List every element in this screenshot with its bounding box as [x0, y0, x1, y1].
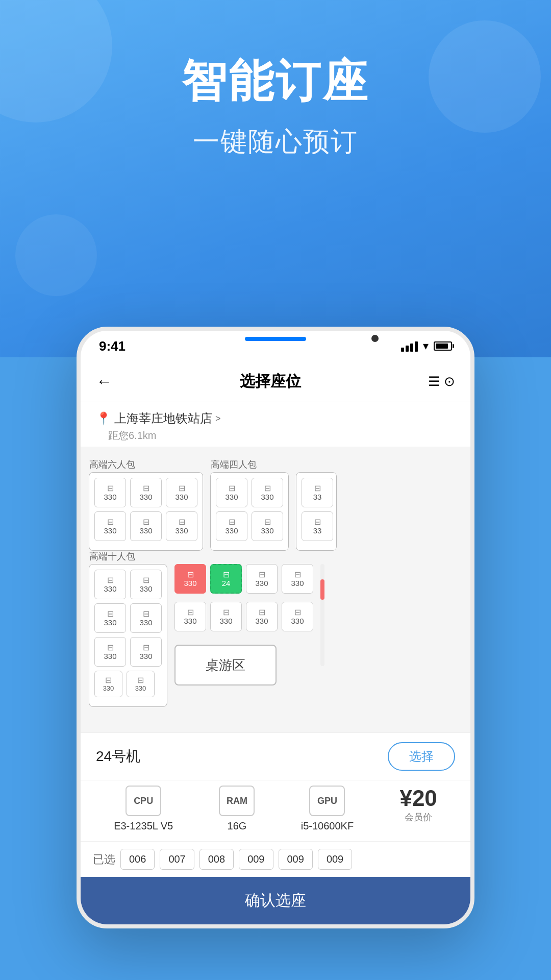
- seat-item[interactable]: ⊟330: [130, 570, 162, 599]
- selected-seat-tag[interactable]: 009: [318, 849, 352, 870]
- cpu-spec: CPU E3-1235L V5: [114, 786, 173, 832]
- battery-icon: [434, 341, 452, 351]
- seat-item[interactable]: ⊟330: [94, 570, 126, 599]
- cpu-value: E3-1235L V5: [114, 820, 173, 832]
- seat-item[interactable]: ⊟330: [166, 511, 197, 541]
- app-header: ← 选择座位 ☰ ⊙: [81, 361, 470, 402]
- price-value: ¥20: [399, 786, 437, 811]
- search-icon[interactable]: ⊙: [444, 374, 455, 389]
- selected-label: 已选: [93, 852, 115, 867]
- status-icons: ▾: [401, 339, 452, 353]
- seat-item[interactable]: ⊟330: [216, 511, 247, 541]
- seats-row-4: ⊟330 ⊟330: [216, 511, 283, 541]
- confirm-button[interactable]: 确认选座: [81, 877, 470, 924]
- gpu-value: i5-10600KF: [301, 820, 354, 832]
- seats-row-10: ⊟330 ⊟330: [94, 671, 162, 697]
- selected-seat-tag[interactable]: 006: [120, 849, 155, 870]
- seat-item[interactable]: ⊟330: [246, 602, 278, 631]
- seat-item[interactable]: ⊟330: [94, 478, 126, 507]
- cpu-icon: CPU: [126, 786, 161, 816]
- seat-selected[interactable]: ⊟24: [210, 564, 242, 594]
- seat-item[interactable]: ⊟330: [130, 511, 162, 541]
- seat-item[interactable]: ⊟330: [282, 602, 313, 631]
- seats-row-9: ⊟330 ⊟330: [94, 637, 162, 667]
- seat-item[interactable]: ⊟330: [94, 671, 122, 697]
- seat-item[interactable]: ⊟330: [282, 564, 313, 594]
- phone-screen: 9:41 ▾ ← 选择座位 ☰ ⊙: [77, 327, 474, 928]
- room-6person-label: 高端六人包: [89, 458, 135, 471]
- seats-row-6: ⊟33: [302, 511, 331, 541]
- seat-item[interactable]: ⊟330: [130, 637, 162, 667]
- seat-item[interactable]: ⊟330: [174, 602, 206, 631]
- ram-spec: RAM 16G: [219, 786, 255, 832]
- seat-item[interactable]: ⊟330: [130, 603, 162, 633]
- camera-dot: [371, 335, 379, 342]
- ram-value: 16G: [228, 820, 247, 832]
- phone-mockup: 9:41 ▾ ← 选择座位 ☰ ⊙: [0, 327, 551, 928]
- seats-row-2: ⊟330 ⊟330 ⊟330: [94, 511, 197, 541]
- gpu-spec: GPU i5-10600KF: [301, 786, 354, 832]
- seat-item[interactable]: ⊟330: [94, 603, 126, 633]
- room-4person-label: 高端四人包: [211, 458, 257, 471]
- price-label: 会员价: [405, 811, 432, 823]
- seat-item[interactable]: ⊟330: [210, 602, 242, 631]
- selected-seat-tag[interactable]: 007: [160, 849, 194, 870]
- signal-icon: [401, 340, 418, 352]
- seats-row-3: ⊟330 ⊟330: [216, 478, 283, 507]
- location-chevron-icon: >: [215, 413, 221, 424]
- selected-seats-row: 已选 006 007 008 009 009 009: [81, 841, 470, 877]
- room-10person-left: 高端十人包 ⊟330 ⊟330 ⊟330 ⊟330 ⊟330 ⊟330: [89, 564, 167, 707]
- ram-icon: RAM: [219, 786, 255, 816]
- menu-icon[interactable]: ☰: [428, 374, 440, 389]
- machine-row: 24号机 选择: [81, 733, 470, 780]
- seat-item[interactable]: ⊟330: [166, 478, 197, 507]
- seat-item[interactable]: ⊟33: [302, 478, 333, 507]
- top-rooms-row: 高端六人包 ⊟330 ⊟330 ⊟330 ⊟330 ⊟330 ⊟330: [89, 472, 462, 551]
- wifi-icon: ▾: [423, 339, 429, 353]
- info-panel: 24号机 选择 CPU E3-1235L V5 RAM 16G: [81, 732, 470, 924]
- hero-title: 智能订座: [182, 51, 369, 112]
- seat-map: 高端六人包 ⊟330 ⊟330 ⊟330 ⊟330 ⊟330 ⊟330: [81, 447, 470, 732]
- seats-row-7: ⊟330 ⊟330: [94, 570, 162, 599]
- location-bar: 📍 上海莘庄地铁站店 > 距您6.1km: [81, 402, 470, 447]
- room-4person: 高端四人包 ⊟330 ⊟330 ⊟330 ⊟330: [210, 472, 289, 551]
- machine-label: 24号机: [96, 747, 140, 766]
- select-button[interactable]: 选择: [388, 742, 455, 771]
- room-10person-right: ⊟330 ⊟24 ⊟330 ⊟330 ⊟330 ⊟330 ⊟330 ⊟330: [174, 564, 313, 707]
- header-actions: ☰ ⊙: [428, 374, 455, 389]
- seat-item[interactable]: ⊟330: [94, 637, 126, 667]
- seats-row-5: ⊟33: [302, 478, 331, 507]
- seats-row-12: ⊟330 ⊟330 ⊟330 ⊟330: [174, 602, 313, 631]
- selected-seat-tag[interactable]: 009: [239, 849, 273, 870]
- seat-occupied[interactable]: ⊟330: [174, 564, 206, 594]
- notch-indicator: [245, 337, 306, 341]
- location-pin-icon: 📍: [96, 411, 111, 426]
- scrollbar[interactable]: [320, 564, 324, 666]
- location-name[interactable]: 📍 上海莘庄地铁站店 >: [96, 410, 455, 427]
- seat-item[interactable]: ⊟330: [252, 511, 283, 541]
- gpu-icon: GPU: [309, 786, 345, 816]
- seat-item[interactable]: ⊟330: [94, 511, 126, 541]
- seat-item[interactable]: ⊟330: [130, 478, 162, 507]
- location-distance: 距您6.1km: [96, 429, 455, 443]
- map-canvas: 高端六人包 ⊟330 ⊟330 ⊟330 ⊟330 ⊟330 ⊟330: [81, 447, 470, 732]
- seat-item[interactable]: ⊟330: [127, 671, 155, 697]
- seats-row-1: ⊟330 ⊟330 ⊟330: [94, 478, 197, 507]
- back-button[interactable]: ←: [96, 372, 112, 391]
- table-game-area: 桌游区: [174, 645, 277, 685]
- room-10person-label: 高端十人包: [89, 550, 135, 562]
- seats-row-8: ⊟330 ⊟330: [94, 603, 162, 633]
- seat-item[interactable]: ⊟330: [252, 478, 283, 507]
- page-title: 选择座位: [240, 371, 301, 392]
- bottom-rooms-row: 高端十人包 ⊟330 ⊟330 ⊟330 ⊟330 ⊟330 ⊟330: [89, 564, 462, 707]
- seat-item[interactable]: ⊟330: [216, 478, 247, 507]
- seat-item[interactable]: ⊟33: [302, 511, 333, 541]
- specs-row: CPU E3-1235L V5 RAM 16G GPU i5-10600KF: [81, 780, 470, 841]
- seat-item[interactable]: ⊟330: [246, 564, 278, 594]
- status-time: 9:41: [99, 338, 126, 354]
- seats-row-11: ⊟330 ⊟24 ⊟330 ⊟330: [174, 564, 313, 594]
- status-bar: 9:41 ▾: [81, 331, 470, 361]
- hero-subtitle: 一键随心预订: [193, 124, 358, 160]
- selected-seat-tag[interactable]: 009: [279, 849, 313, 870]
- selected-seat-tag[interactable]: 008: [199, 849, 234, 870]
